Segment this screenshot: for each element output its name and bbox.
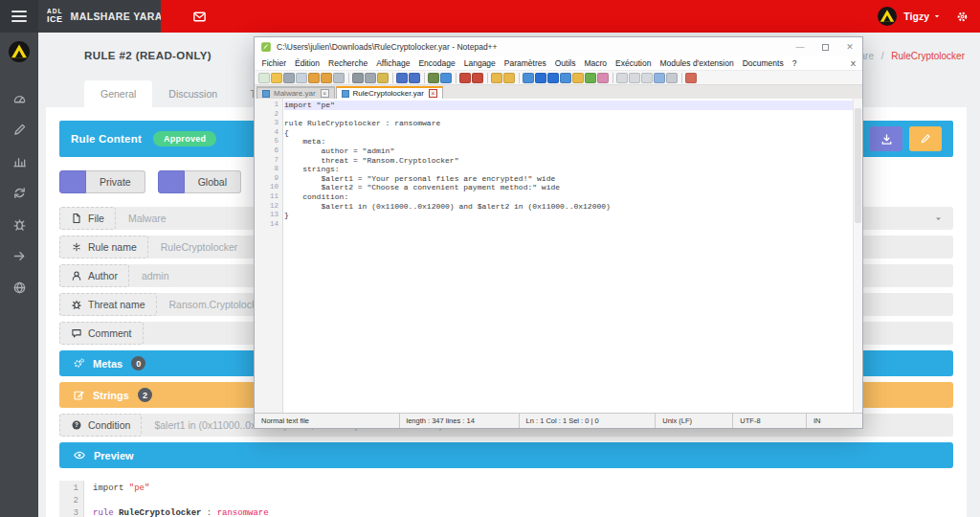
code-line-7[interactable]: threat = "Ransom.Cryptolocker" (284, 156, 853, 166)
window-titlebar[interactable]: C:\Users\julien\Downloads\RuleCryptolock… (255, 37, 862, 56)
toolbar-icon-doc-map[interactable] (572, 73, 584, 83)
editor-scrollbar[interactable] (853, 99, 862, 413)
menu-fichier[interactable]: Fichier (257, 58, 291, 68)
toolbar-icon-open-folder[interactable] (271, 73, 282, 83)
toolbar-icon-macro-play[interactable] (641, 73, 653, 83)
top-navbar: ADL ICE MALSHARE YARA Tigzy (0, 0, 980, 33)
code-line-4[interactable]: { (284, 128, 853, 138)
code-line-14[interactable] (284, 220, 853, 230)
menu-recherche[interactable]: Recherche (324, 58, 372, 68)
code-line-11[interactable]: condition: (284, 192, 853, 202)
sidebar-item-refresh[interactable] (0, 177, 38, 209)
notepadpp-window[interactable]: C:\Users\julien\Downloads\RuleCryptolock… (254, 36, 863, 429)
menu-modules-d-extension[interactable]: Modules d'extension (656, 58, 738, 68)
menu-macro[interactable]: Macro (580, 58, 612, 68)
minimize-button[interactable]: — (788, 37, 813, 56)
scrollbar-thumb[interactable] (855, 108, 861, 223)
code-line-9[interactable]: $alert1 = "Your personal files are encry… (284, 174, 853, 184)
toolbar-icon-indent-guide[interactable] (547, 73, 559, 83)
doc-tab-malware-yar[interactable]: Malware.yar× (256, 86, 335, 99)
toolbar-icon-undo[interactable] (396, 73, 408, 83)
toolbar-icon-close-all[interactable] (321, 73, 332, 83)
settings-gear-icon[interactable] (956, 11, 969, 23)
user-menu[interactable]: Tigzy (903, 11, 929, 22)
toolbar-icon-cut[interactable] (352, 73, 364, 83)
toolbar-icon-copy[interactable] (365, 73, 376, 83)
toolbar-icon-paste[interactable] (377, 73, 389, 83)
sidebar-item-chart[interactable] (0, 146, 38, 177)
toolbar-icon-replace[interactable] (440, 73, 452, 83)
sidebar-item-dashboard[interactable] (0, 82, 38, 114)
sidebar-item-globe[interactable] (0, 272, 38, 303)
doc-tab-rulecryptolocker-yar[interactable]: RuleCryptolocker.yar× (336, 86, 443, 99)
code-line-6[interactable]: author = "admin" (284, 146, 853, 156)
tab-general[interactable]: General (84, 80, 152, 107)
toolbar-icon-redo[interactable] (409, 73, 420, 83)
status-eol[interactable]: Unix (LF) (655, 414, 732, 428)
menu-param-tres[interactable]: Paramètres (500, 58, 550, 68)
toolbar-icon-macro-stop[interactable] (629, 73, 640, 83)
brand-area[interactable]: ADL ICE MALSHARE YARA (38, 0, 161, 33)
menubar-close-doc-button[interactable]: X (851, 59, 856, 68)
doc-tab-close-icon[interactable]: × (321, 89, 329, 98)
code-line-2[interactable] (284, 110, 853, 120)
menu--dition[interactable]: Édition (291, 58, 324, 68)
menu-outils[interactable]: Outils (550, 58, 580, 68)
toolbar-icon-zoom-out[interactable] (472, 73, 483, 83)
toolbar-icon-doc-monitor[interactable] (597, 73, 609, 83)
user-avatar[interactable] (878, 7, 897, 26)
toolbar-icon-new-file[interactable] (258, 73, 270, 83)
code-line-3[interactable]: rule RuleCryptolocker : ransomware (284, 119, 853, 128)
toolbar-icon-print[interactable] (333, 73, 345, 83)
code-line-1[interactable]: import "pe" (284, 101, 853, 110)
maximize-button[interactable] (813, 37, 837, 56)
toolbar-icon-find[interactable] (428, 73, 439, 83)
toolbar-icon-save-all[interactable] (296, 73, 307, 83)
download-button[interactable] (870, 126, 902, 151)
toolbar-icon-show-symbols[interactable] (535, 73, 546, 83)
toggle-private[interactable]: Private (59, 170, 145, 193)
code-line-5[interactable]: meta: (284, 137, 853, 146)
messages-icon[interactable] (192, 10, 207, 24)
sidebar-item-bug[interactable] (0, 209, 38, 240)
sidebar-logo[interactable] (0, 33, 38, 71)
toolbar-icon-function-list[interactable] (560, 73, 571, 83)
toolbar-icon-word-wrap[interactable] (523, 73, 534, 83)
menu-ex-cution[interactable]: Exécution (612, 58, 656, 68)
toolbar-icon-sync-h-scroll[interactable] (503, 73, 515, 83)
menu-?[interactable]: ? (788, 58, 801, 68)
code-line-12[interactable]: $alert1 in (0x11000..0x12000) and $alert… (284, 202, 853, 212)
toolbar-icon-doc-list[interactable] (585, 73, 596, 83)
preview-code-line: import "pe" (93, 483, 269, 495)
menu-encodage[interactable]: Encodage (414, 58, 459, 68)
menu-affichage[interactable]: Affichage (372, 58, 414, 68)
menu-langage[interactable]: Langage (459, 58, 500, 68)
sidebar-item-arrow-right[interactable] (0, 240, 38, 272)
code-line-8[interactable]: strings: (284, 165, 853, 174)
tab-discussion[interactable]: Discussion (152, 80, 234, 107)
toolbar-icon-macro-multi[interactable] (666, 73, 678, 83)
toolbar-icon-sync-v-scroll[interactable] (491, 73, 502, 83)
close-button[interactable]: ✕ (837, 37, 862, 56)
editor-area[interactable]: 1234567891011121314 import "pe" rule Rul… (255, 99, 862, 413)
toggle-global[interactable]: Global (158, 170, 241, 193)
menu-documents[interactable]: Documents (738, 58, 788, 68)
status-encoding[interactable]: UTF-8 (732, 414, 806, 428)
code-line-13[interactable]: } (284, 211, 853, 220)
toolbar-icon-spell-check[interactable] (685, 73, 697, 83)
hamburger-menu-button[interactable] (0, 0, 38, 33)
toolbar-icon-close[interactable] (308, 73, 320, 83)
dropdown-caret-icon[interactable] (934, 214, 943, 223)
toolbar-icon-save[interactable] (283, 73, 295, 83)
toolbar-icon-macro-record[interactable] (616, 73, 628, 83)
edit-button[interactable] (909, 126, 942, 151)
code-line-10[interactable]: $alert2 = "Choose a convenient payment m… (284, 183, 853, 192)
status-insert-mode[interactable]: IN (806, 414, 862, 428)
toolbar-icon-zoom-in[interactable] (459, 73, 471, 83)
doc-tab-close-icon[interactable]: × (429, 89, 437, 98)
breadcrumb-current: RuleCryptolocker (891, 51, 965, 61)
sidebar-item-pencil[interactable] (0, 114, 38, 146)
editor-code-lines[interactable]: import "pe" rule RuleCryptolocker : rans… (284, 99, 853, 413)
toolbar-icon-macro-save[interactable] (654, 73, 665, 83)
preview-section-bar[interactable]: Preview (59, 442, 953, 468)
